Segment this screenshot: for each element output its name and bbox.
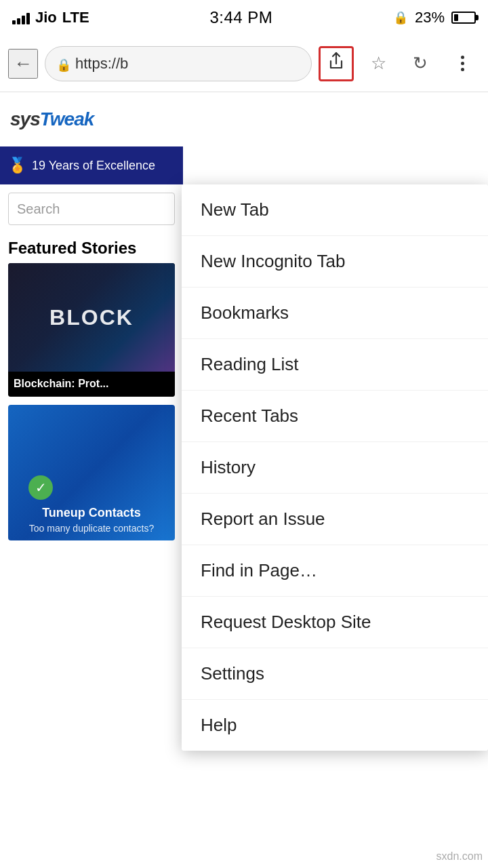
carrier-info: Jio LTE: [12, 9, 89, 26]
share-button[interactable]: [319, 46, 354, 81]
battery-icon: [451, 12, 476, 24]
url-text: https://b: [75, 55, 128, 73]
menu-item-history[interactable]: History: [182, 442, 488, 494]
refresh-icon: ↻: [413, 53, 428, 74]
more-button[interactable]: [445, 46, 480, 81]
back-button[interactable]: ←: [8, 49, 38, 79]
carrier-name: Jio: [35, 9, 57, 26]
status-bar: Jio LTE 3:44 PM 🔒 23%: [0, 0, 488, 35]
banner-text: 19 Years of Excellence: [32, 159, 155, 173]
menu-item-settings[interactable]: Settings: [182, 648, 488, 700]
menu-item-new-incognito-tab[interactable]: New Incognito Tab: [182, 236, 488, 288]
menu-item-recent-tabs[interactable]: Recent Tabs: [182, 391, 488, 442]
system-icons: 🔒 23%: [393, 9, 476, 26]
address-bar[interactable]: 🔒 https://b: [45, 46, 312, 81]
logo-tweak: Tweak: [40, 108, 94, 130]
site-banner: 🏅 19 Years of Excellence: [0, 146, 183, 184]
bookmark-button[interactable]: ☆: [361, 46, 396, 81]
medal-icon: 🏅: [8, 157, 26, 174]
menu-item-reading-list[interactable]: Reading List: [182, 339, 488, 391]
menu-item-bookmarks[interactable]: Bookmarks: [182, 288, 488, 339]
more-dots-icon: [461, 56, 464, 71]
menu-item-request-desktop[interactable]: Request Desktop Site: [182, 597, 488, 648]
logo-sys: sys: [10, 108, 40, 130]
site-logo: sysTweak: [10, 108, 94, 130]
refresh-button[interactable]: ↻: [403, 46, 438, 81]
menu-item-help[interactable]: Help: [182, 700, 488, 751]
browser-toolbar: ← 🔒 https://b ☆ ↻: [0, 35, 488, 92]
site-header: sysTweak: [0, 92, 183, 146]
time-display: 3:44 PM: [209, 8, 272, 27]
page-background: sysTweak 🏅 19 Years of Excellence Search…: [0, 92, 488, 868]
network-type: LTE: [62, 9, 89, 26]
star-icon: ☆: [371, 53, 386, 74]
share-icon: [327, 52, 345, 75]
battery-fill: [454, 14, 458, 21]
watermark: sxdn.com: [436, 850, 483, 863]
signal-icon: [12, 11, 30, 24]
menu-item-find-in-page[interactable]: Find in Page…: [182, 545, 488, 597]
menu-item-report-issue[interactable]: Report an Issue: [182, 494, 488, 545]
lock-icon: 🔒: [393, 10, 408, 25]
battery-percent: 23%: [415, 9, 445, 26]
ssl-lock-icon: 🔒: [56, 58, 68, 70]
back-arrow-icon: ←: [14, 53, 33, 75]
menu-item-new-tab[interactable]: New Tab: [182, 184, 488, 236]
context-menu: New Tab New Incognito Tab Bookmarks Read…: [182, 184, 488, 751]
dropdown-overlay: New Tab New Incognito Tab Bookmarks Read…: [0, 184, 488, 868]
